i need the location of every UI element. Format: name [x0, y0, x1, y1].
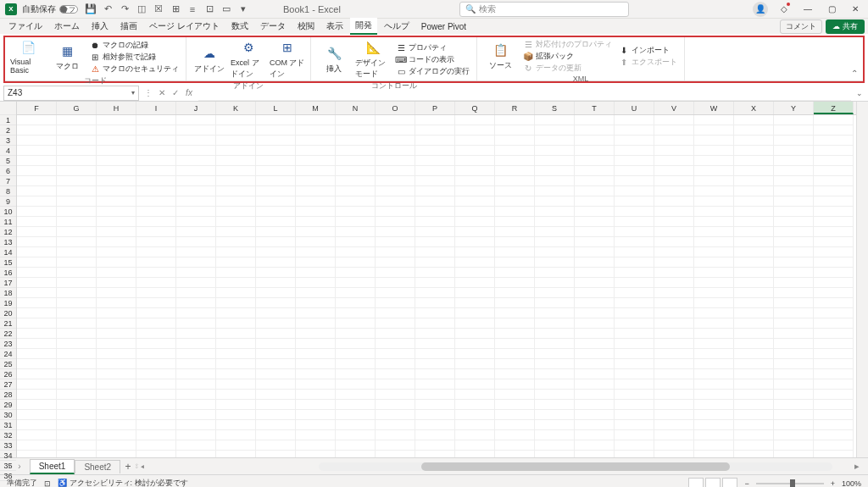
tab-developer[interactable]: 開発 [350, 18, 377, 35]
tab-powerpivot[interactable]: Power Pivot [416, 20, 471, 33]
relative-ref-button[interactable]: ⊞相対参照で記録 [88, 52, 181, 63]
column-header[interactable]: F [17, 102, 57, 114]
tab-review[interactable]: 校閲 [292, 19, 320, 34]
close-button[interactable]: ✕ [848, 2, 863, 17]
row-header[interactable]: 31 [0, 420, 16, 430]
column-header[interactable]: W [694, 102, 734, 114]
column-header[interactable]: J [176, 102, 216, 114]
row-header[interactable]: 21 [0, 318, 16, 329]
row-header[interactable]: 22 [0, 329, 16, 339]
column-header[interactable]: M [296, 102, 336, 114]
row-header[interactable]: 27 [0, 379, 16, 390]
row-header[interactable]: 25 [0, 359, 16, 369]
redo-icon[interactable]: ↷ [119, 3, 131, 15]
row-header[interactable]: 34 [0, 451, 16, 461]
sheet-tab-2[interactable]: Sheet2 [75, 460, 120, 473]
hscroll-thumb[interactable] [421, 462, 730, 471]
tab-data[interactable]: データ [255, 19, 291, 34]
qat-icon-1[interactable]: ◫ [136, 3, 147, 15]
row-header[interactable]: 26 [0, 369, 16, 379]
column-header[interactable]: X [734, 102, 774, 114]
com-addins-button[interactable]: ⊞ COM アドイン [270, 39, 305, 80]
source-button[interactable]: 📋 ソース [482, 39, 518, 74]
formula-expand-icon[interactable]: ⌄ [851, 89, 868, 97]
row-header[interactable]: 13 [0, 237, 16, 247]
user-avatar[interactable]: 👤 [753, 2, 768, 17]
tab-pagelayout[interactable]: ページ レイアウト [144, 19, 225, 34]
row-header[interactable]: 16 [0, 268, 16, 278]
row-header[interactable]: 7 [0, 176, 16, 186]
visual-basic-button[interactable]: 📄 Visual Basic [10, 39, 46, 75]
column-header[interactable]: I [136, 102, 176, 114]
row-header[interactable]: 30 [0, 410, 16, 420]
addins-button[interactable]: ☁ アドイン [192, 39, 227, 80]
row-header[interactable]: 5 [0, 156, 16, 166]
row-header[interactable]: 8 [0, 186, 16, 196]
undo-icon[interactable]: ↶ [102, 3, 114, 15]
row-header[interactable]: 32 [0, 430, 16, 440]
collapse-ribbon-icon[interactable]: ⌃ [851, 69, 858, 78]
zoom-in-icon[interactable]: + [831, 479, 835, 488]
name-box[interactable]: Z43 ▾ [3, 86, 139, 101]
row-header[interactable]: 24 [0, 349, 16, 359]
qat-icon-3[interactable]: ⊞ [170, 3, 181, 15]
column-header[interactable]: H [97, 102, 136, 114]
cells[interactable] [17, 115, 856, 457]
row-header[interactable]: 4 [0, 146, 16, 156]
save-icon[interactable]: 💾 [85, 3, 97, 15]
row-header[interactable]: 12 [0, 227, 16, 237]
row-header[interactable]: 9 [0, 196, 16, 207]
column-header[interactable]: R [495, 102, 535, 114]
tab-insert[interactable]: 挿入 [86, 19, 114, 34]
maximize-button[interactable]: ▢ [824, 2, 839, 17]
autosave-toggle[interactable]: オフ [59, 5, 78, 14]
zoom-slider[interactable] [756, 483, 824, 484]
tab-help[interactable]: ヘルプ [379, 19, 415, 34]
column-header[interactable]: O [376, 102, 415, 114]
notification-icon[interactable]: ◇ [776, 2, 792, 17]
tab-formulas[interactable]: 数式 [226, 19, 253, 34]
sheet-nav-next-icon[interactable]: › [18, 462, 20, 471]
record-macro-button[interactable]: ⏺マクロの記録 [88, 40, 181, 51]
row-header[interactable]: 23 [0, 339, 16, 349]
search-input[interactable]: 🔍 検索 [459, 2, 629, 17]
row-header[interactable]: 33 [0, 440, 16, 451]
tab-home[interactable]: ホーム [49, 19, 85, 34]
tab-file[interactable]: ファイル [3, 19, 47, 34]
tab-view[interactable]: 表示 [321, 19, 348, 34]
accessibility-status[interactable]: ♿ アクセシビリティ: 検討が必要です [58, 478, 188, 487]
view-code-button[interactable]: ⌨コードの表示 [394, 54, 471, 65]
column-header[interactable]: Z [814, 102, 854, 114]
row-header[interactable]: 2 [0, 125, 16, 136]
hscroll-left-icon[interactable]: ⦂ ◂ [136, 461, 144, 472]
import-button[interactable]: ⬇インポート [617, 45, 679, 56]
row-header[interactable]: 20 [0, 308, 16, 318]
row-header[interactable]: 29 [0, 400, 16, 410]
add-sheet-button[interactable]: + [120, 461, 136, 473]
sheet-tab-1[interactable]: Sheet1 [30, 459, 75, 474]
cancel-formula-icon[interactable]: ⋮ [142, 88, 154, 97]
column-header[interactable]: L [256, 102, 296, 114]
excel-addins-button[interactable]: ⚙ Excel アドイン [231, 39, 266, 80]
zoom-level[interactable]: 100% [842, 479, 861, 488]
column-header[interactable]: G [57, 102, 97, 114]
select-all-corner[interactable] [0, 102, 16, 115]
page-layout-view-button[interactable] [705, 478, 721, 488]
row-header[interactable]: 19 [0, 298, 16, 308]
qat-icon-2[interactable]: ☒ [153, 3, 164, 15]
normal-view-button[interactable] [688, 478, 704, 488]
insert-control-button[interactable]: 🔧 挿入 [316, 39, 352, 80]
qat-dropdown-icon[interactable]: ▾ [237, 3, 249, 15]
sheet-nav-prev-icon[interactable]: ‹ [8, 462, 11, 471]
column-header[interactable]: U [615, 102, 654, 114]
expansion-pack-button[interactable]: 📦拡張パック [521, 51, 614, 62]
minimize-button[interactable]: — [800, 2, 815, 17]
row-header[interactable]: 28 [0, 390, 16, 400]
design-mode-button[interactable]: 📐 デザイン モード [355, 39, 391, 80]
column-header[interactable]: N [336, 102, 376, 114]
column-header[interactable]: Y [774, 102, 814, 114]
name-box-dropdown-icon[interactable]: ▾ [131, 89, 135, 97]
column-header[interactable]: K [216, 102, 256, 114]
status-rec-icon[interactable]: ⊡ [44, 479, 51, 488]
hscroll-right-icon[interactable]: ▸ [854, 461, 860, 472]
